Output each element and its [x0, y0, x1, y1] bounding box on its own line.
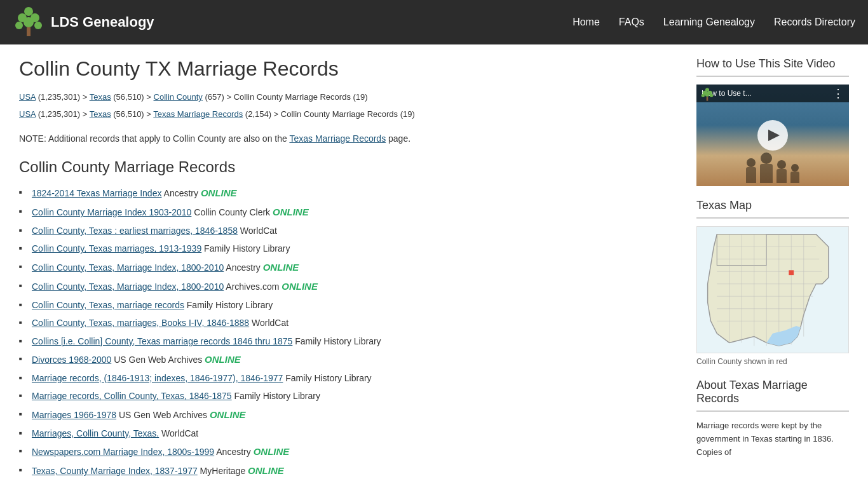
svg-point-10 — [702, 94, 705, 97]
record-link-1[interactable]: 1824-2014 Texas Marriage Index — [32, 188, 161, 198]
svg-point-11 — [705, 92, 709, 97]
list-item: Newspapers.com Marriage Index, 1800s-199… — [19, 442, 677, 461]
records-list: 1824-2014 Texas Marriage Index Ancestry … — [19, 184, 677, 480]
list-item: Collin County, Texas : earliest marriage… — [19, 222, 677, 240]
breadcrumb-texas-2[interactable]: Texas — [90, 109, 111, 119]
about-text: Marriage records were kept by the govern… — [696, 419, 849, 459]
section-title: Collin County Marriage Records — [19, 158, 677, 176]
online-badge: ONLINE — [201, 187, 237, 198]
list-item: Collin County Marriage Index 1903-2010 C… — [19, 203, 677, 222]
breadcrumb-collin-county[interactable]: Collin County — [154, 92, 203, 102]
record-link-14[interactable]: Marriages, Collin County, Texas. — [32, 428, 159, 438]
svg-point-4 — [24, 17, 34, 27]
record-link-13[interactable]: Marriages 1966-1978 — [32, 410, 116, 420]
list-item: Marriages 1966-1978 US Gen Web Archives … — [19, 405, 677, 424]
breadcrumb-2: USA (1,235,301) > Texas (56,510) > Texas… — [19, 108, 677, 121]
play-button[interactable] — [757, 120, 788, 151]
svg-rect-30 — [789, 270, 794, 275]
list-item: Collin County, Texas, Marriage Index, 18… — [19, 258, 677, 277]
online-badge: ONLINE — [254, 446, 290, 457]
map-caption: Collin County shown in red — [696, 357, 849, 366]
list-item: Collins [i.e. Collin] County, Texas marr… — [19, 332, 677, 350]
record-link-15[interactable]: Newspapers.com Marriage Index, 1800s-199… — [32, 447, 214, 457]
video-top-bar: How to Use t... ⋮ — [696, 85, 849, 102]
sidebar-divider-2 — [696, 217, 849, 219]
svg-point-7 — [705, 88, 709, 92]
video-menu-dots: ⋮ — [832, 86, 844, 100]
online-badge: ONLINE — [205, 354, 241, 365]
list-item: Collin County, Texas, Marriage Index, 18… — [19, 277, 677, 296]
sidebar-divider-3 — [696, 410, 849, 412]
person-4 — [790, 164, 799, 183]
page-title: Collin County TX Marriage Records — [19, 57, 677, 81]
list-item: Collin County, Texas, marriages, Books I… — [19, 314, 677, 332]
sidebar-divider-1 — [696, 76, 849, 77]
video-thumbnail[interactable]: How to Use t... ⋮ — [696, 85, 849, 186]
list-item: Texas, County Marriage Index, 1837-1977 … — [19, 461, 677, 480]
texas-map-svg — [703, 228, 843, 352]
sidebar: How to Use This Site Video How to Use t.… — [696, 57, 849, 480]
svg-point-3 — [15, 22, 23, 29]
svg-rect-6 — [27, 27, 31, 36]
list-item: Marriages, Collin County, Texas. WorldCa… — [19, 424, 677, 442]
online-badge: ONLINE — [248, 465, 284, 476]
person-2 — [760, 152, 773, 183]
record-link-16[interactable]: Texas, County Marriage Index, 1837-1977 — [32, 466, 198, 476]
record-link-6[interactable]: Collin County, Texas, Marriage Index, 18… — [32, 281, 224, 292]
list-item: Collin County, Texas marriages, 1913-193… — [19, 240, 677, 257]
svg-point-0 — [24, 7, 33, 16]
about-section: About Texas Marriage Records Marriage re… — [696, 379, 849, 459]
svg-rect-13 — [707, 97, 709, 101]
play-triangle-icon — [768, 130, 780, 141]
list-item: 1824-2014 Texas Marriage Index Ancestry … — [19, 184, 677, 203]
breadcrumb-usa-1[interactable]: USA — [19, 92, 36, 102]
record-link-12[interactable]: Marriage records, Collin County, Texas, … — [32, 391, 232, 401]
svg-point-5 — [34, 22, 42, 29]
nav-learning-genealogy[interactable]: Learning Genealogy — [663, 17, 755, 28]
about-section-title: About Texas Marriage Records — [696, 379, 849, 405]
video-people — [696, 152, 849, 183]
main-content: Collin County TX Marriage Records USA (1… — [19, 57, 677, 480]
breadcrumb-texas-1[interactable]: Texas — [90, 92, 111, 102]
logo-text: LDS Genealogy — [51, 14, 154, 30]
record-link-9[interactable]: Collins [i.e. Collin] County, Texas marr… — [32, 336, 292, 346]
list-item: Marriage records, Collin County, Texas, … — [19, 387, 677, 405]
additional-records-note: NOTE: Additional records that apply to C… — [19, 132, 677, 146]
breadcrumb-texas-marriage-records[interactable]: Texas Marriage Records — [153, 109, 243, 119]
site-header: LDS Genealogy Home FAQs Learning Genealo… — [0, 0, 868, 44]
nav-records-directory[interactable]: Records Directory — [774, 17, 855, 28]
record-link-2[interactable]: Collin County Marriage Index 1903-2010 — [32, 207, 191, 217]
online-badge: ONLINE — [263, 262, 299, 273]
logo-area[interactable]: LDS Genealogy — [13, 6, 154, 38]
list-item: Marriage records, (1846-1913; indexes, 1… — [19, 369, 677, 387]
map-section-title: Texas Map — [696, 199, 849, 212]
record-link-11[interactable]: Marriage records, (1846-1913; indexes, 1… — [32, 373, 283, 383]
person-1 — [746, 158, 756, 183]
nav-faqs[interactable]: FAQs — [619, 17, 644, 28]
svg-point-12 — [710, 94, 713, 97]
record-link-4[interactable]: Collin County, Texas marriages, 1913-193… — [32, 243, 201, 254]
nav-home[interactable]: Home — [573, 17, 600, 28]
online-badge: ONLINE — [273, 207, 309, 217]
online-badge: ONLINE — [210, 409, 246, 420]
texas-map-section: Texas Map — [696, 199, 849, 366]
record-link-5[interactable]: Collin County, Texas, Marriage Index, 18… — [32, 262, 224, 273]
video-tree-icon — [700, 88, 714, 105]
video-section-title: How to Use This Site Video — [696, 57, 849, 71]
online-badge: ONLINE — [281, 281, 318, 292]
list-item: Collin County, Texas, marriage records F… — [19, 296, 677, 314]
person-3 — [776, 160, 787, 183]
page-container: Collin County TX Marriage Records USA (1… — [0, 44, 868, 488]
record-link-7[interactable]: Collin County, Texas, marriage records — [32, 300, 184, 310]
breadcrumb-1: USA (1,235,301) > Texas (56,510) > Colli… — [19, 91, 677, 104]
texas-marriage-records-link[interactable]: Texas Marriage Records — [289, 133, 386, 144]
record-link-3[interactable]: Collin County, Texas : earliest marriage… — [32, 226, 238, 236]
main-nav: Home FAQs Learning Genealogy Records Dir… — [573, 17, 855, 28]
texas-map — [696, 226, 849, 353]
video-section: How to Use This Site Video How to Use t.… — [696, 57, 849, 186]
record-link-8[interactable]: Collin County, Texas, marriages, Books I… — [32, 318, 249, 328]
list-item: Divorces 1968-2000 US Gen Web Archives O… — [19, 350, 677, 369]
record-link-10[interactable]: Divorces 1968-2000 — [32, 355, 111, 365]
tree-logo-icon — [13, 6, 44, 38]
breadcrumb-usa-2[interactable]: USA — [19, 109, 36, 119]
